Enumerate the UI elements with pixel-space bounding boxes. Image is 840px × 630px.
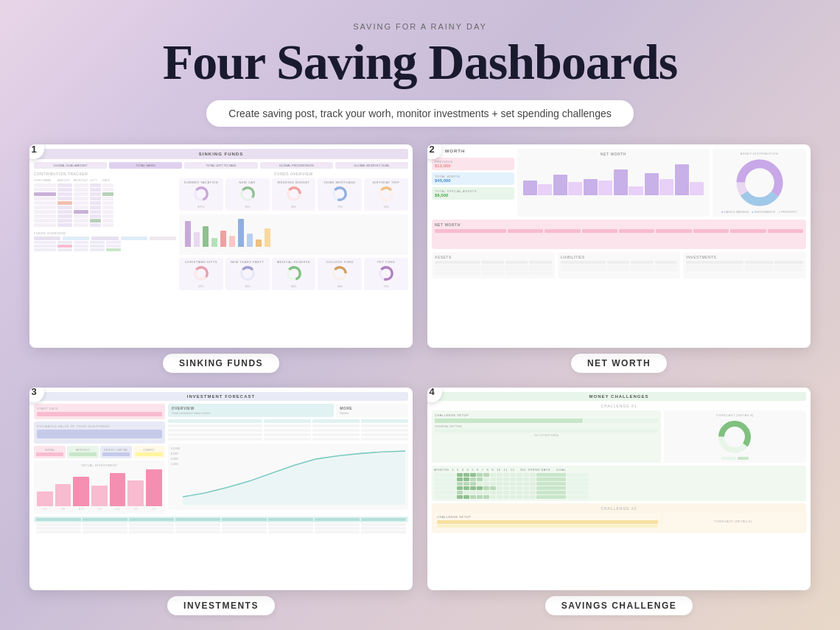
nw-assets-liabilities: ASSETS	[432, 252, 806, 279]
sc-grid-tracker: MONTHS 123456789101112 NO. SPEND DAYS GO…	[432, 466, 806, 501]
sf-charts-area: FUNDS OVERVIEW SUMMER VACATION $75%	[179, 172, 408, 294]
inv-left-panel: START DATE ESTIMATED VALUE OF YOUR INVES…	[34, 404, 165, 514]
inv-main-content: START DATE ESTIMATED VALUE OF YOUR INVES…	[34, 404, 408, 514]
sf-content: CONTRIBUTION TRACKER FUND NAME AMOUNT MO…	[34, 172, 408, 294]
sf-header: SINKING FUNDS	[34, 149, 408, 159]
sf-goal-summer-vacation: SUMMER VACATION $75%	[179, 178, 223, 211]
nw-donut-area: ASSET DISTRIBUTION ■ CASH & SAVINGS ■ IN…	[713, 149, 806, 217]
sf-goal-christmas: CHRISTMAS GIFTS 50%	[179, 258, 223, 290]
sf-goal-wedding: WEDDING BUDGET 40%	[272, 178, 316, 211]
nw-bottom-table: NET WORTH	[432, 220, 806, 249]
savings-challenge-preview: 4 MONEY CHALLENGES CHALLENGE #1 CHALLENG…	[427, 388, 811, 591]
description-box: Create saving post, track your worh, mon…	[206, 100, 633, 127]
inv-right-panel: OVERVIEW Total investment value tracker …	[168, 404, 408, 514]
sf-goal-pet: PET FUND 70%	[364, 258, 408, 290]
net-worth-preview: 2 NET WORTH PREVIOUS $12,000 TOTAL WORTH…	[427, 144, 811, 348]
subtitle: SAVING FOR A RAINY DAY	[353, 22, 487, 31]
sc-main-header: MONEY CHALLENGES	[432, 392, 806, 401]
sc-challenge-2: CHALLENGE #2 CHALLENGE SETUP FORECAST (D…	[432, 503, 806, 533]
dashboard-item-sinking-funds[interactable]: 1 SINKING FUNDS GLOBAL GOAL AMOUNT TOTAL…	[29, 144, 413, 373]
dashboard-item-savings-challenge[interactable]: 4 MONEY CHALLENGES CHALLENGE #1 CHALLENG…	[427, 388, 811, 616]
inv-line-chart: 12,000 8,000 4,000 1,000	[168, 444, 408, 510]
label-investments: INVESTMENTS	[167, 596, 275, 615]
nw-stat-previous: PREVIOUS $12,000	[432, 158, 514, 170]
inv-title-header: INVESTMENT FORECAST	[34, 392, 408, 401]
sc-challenge-1-content: CHALLENGE SETUP GENERAL SETTING NO OTHER…	[432, 410, 806, 463]
dashboard-item-investments[interactable]: 3 INVESTMENT FORECAST START DATE ESTIMAT…	[29, 388, 413, 616]
label-sinking-funds: SINKING FUNDS	[163, 354, 279, 373]
dashboard-item-net-worth[interactable]: 2 NET WORTH PREVIOUS $12,000 TOTAL WORTH…	[427, 144, 811, 373]
sinking-funds-preview: 1 SINKING FUNDS GLOBAL GOAL AMOUNT TOTAL…	[29, 144, 413, 348]
nw-stat-change: TOTAL SPECIAL ASSETS $8,500	[432, 187, 514, 200]
inv-bottom-table	[34, 517, 408, 533]
main-title: Four Saving Dashboards	[163, 37, 678, 87]
sf-goal-new-car: NEW CAR 50%	[225, 178, 270, 211]
sf-table: CONTRIBUTION TRACKER FUND NAME AMOUNT MO…	[34, 172, 176, 294]
nw-stat-current: TOTAL WORTH $45,000	[432, 172, 514, 185]
nw-top: NET WORTH PREVIOUS $12,000 TOTAL WORTH $…	[432, 149, 806, 217]
sf-goal-home: HOME MORTGAGE 70%	[318, 178, 362, 211]
label-savings-challenge: SAVINGS CHALLENGE	[545, 596, 693, 615]
sf-stats-row: GLOBAL GOAL AMOUNT TOTAL SAVED TOTAL LEF…	[34, 162, 408, 169]
sf-goal-birthday: BIRTHDAY TRIP 30%	[364, 178, 408, 211]
dashboards-grid: 1 SINKING FUNDS GLOBAL GOAL AMOUNT TOTAL…	[29, 144, 811, 615]
sf-goal-medical: MEDICAL RESERVE 60%	[272, 258, 316, 290]
label-net-worth: NET WORTH	[571, 354, 667, 373]
sf-goal-college: COLLEGE FUND 40%	[318, 258, 362, 290]
nw-bar-chart: NET WORTH	[517, 149, 710, 217]
investments-preview: 3 INVESTMENT FORECAST START DATE ESTIMAT…	[29, 388, 413, 591]
sf-goal-new-years: NEW YEARS PARTY 30%	[225, 258, 270, 290]
svg-marker-23	[183, 451, 405, 505]
